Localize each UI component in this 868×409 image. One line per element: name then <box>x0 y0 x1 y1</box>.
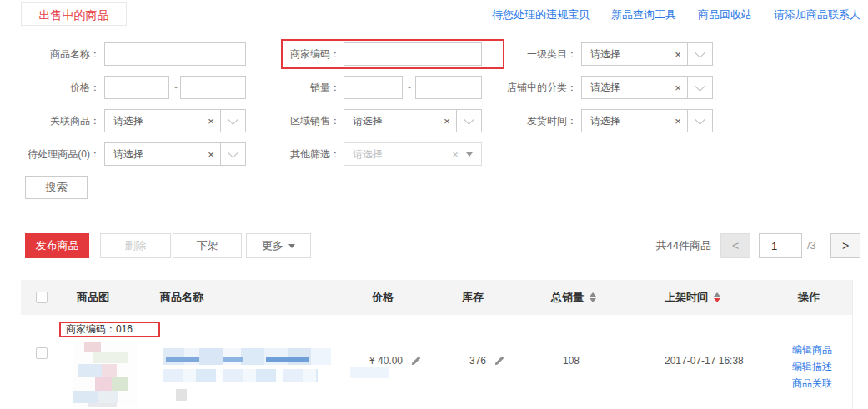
row-checkbox[interactable] <box>36 347 48 359</box>
stock-cell: 376 <box>469 354 505 367</box>
column-header-image: 商品图 <box>77 280 109 315</box>
edit-product-link[interactable]: 编辑商品 <box>792 343 832 357</box>
column-header-actions: 操作 <box>798 280 820 315</box>
related-products-select-value: 请选择 <box>105 114 202 128</box>
select-all-checkbox[interactable] <box>36 292 48 303</box>
column-header-listed-time-label: 上架时间 <box>665 280 708 315</box>
redacted-text-fragment <box>223 357 243 362</box>
page-number-input[interactable] <box>759 233 802 258</box>
related-products-select[interactable]: 请选择 × <box>104 109 246 132</box>
clear-icon[interactable]: × <box>202 148 220 161</box>
edit-description-link[interactable]: 编辑描述 <box>792 360 832 373</box>
column-header-listed-time[interactable]: 上架时间 <box>665 280 720 315</box>
other-filter-select-value: 请选择 <box>344 147 446 162</box>
total-sales-cell: 108 <box>563 354 580 367</box>
delivery-time-select-value: 请选择 <box>582 114 669 128</box>
link-recycle-bin[interactable]: 商品回收站 <box>698 7 752 22</box>
sort-icon[interactable] <box>590 292 596 302</box>
filter-row-4: 待处理商品(0)： 请选择 × 其他筛选： 请选择 × <box>0 142 868 167</box>
caret-down-icon <box>466 152 473 157</box>
other-filter-label: 其他筛选： <box>240 142 340 166</box>
shop-category-select-value: 请选择 <box>582 81 669 95</box>
search-button[interactable]: 搜索 <box>25 176 88 199</box>
product-relation-link[interactable]: 商品关联 <box>792 377 832 390</box>
column-header-price: 价格 <box>372 280 394 315</box>
clear-icon: × <box>446 148 464 161</box>
product-name-redacted[interactable] <box>163 348 331 365</box>
delivery-time-select[interactable]: 请选择 × <box>581 109 713 132</box>
chevron-down-icon[interactable] <box>687 43 712 65</box>
clear-icon[interactable]: × <box>438 115 456 127</box>
shop-category-label: 店铺中的分类： <box>457 76 577 99</box>
page-total-text: /3 <box>807 233 829 258</box>
category-label: 一级类目： <box>457 42 577 66</box>
redacted-text-fragment <box>266 357 309 362</box>
filter-row-3: 关联商品： 请选择 × 区域销售： 请选择 × 发货时间： 请选择 × <box>0 109 868 134</box>
category-select[interactable]: 请选择 × <box>581 42 713 66</box>
sales-range-separator: - <box>405 76 414 99</box>
price-range-separator: - <box>172 76 180 99</box>
column-header-total-sales-label: 总销量 <box>551 280 584 315</box>
column-header-total-sales[interactable]: 总销量 <box>551 280 596 315</box>
merchant-code-annotated: 商家编码：016 <box>59 322 160 337</box>
merchant-code-label: 商家编码： <box>240 42 340 66</box>
pending-products-label: 待处理商品(0)： <box>0 142 100 166</box>
link-new-product-query-tool[interactable]: 新品查询工具 <box>611 7 676 22</box>
sort-icon-active-desc[interactable] <box>714 292 720 302</box>
related-products-label: 关联商品： <box>0 109 100 132</box>
filter-row-1: 商品名称： 商家编码： 一级类目： 请选择 × <box>0 42 868 67</box>
publish-product-button[interactable]: 发布商品 <box>25 233 89 258</box>
delete-button[interactable]: 删除 <box>100 233 171 258</box>
shop-category-select[interactable]: 请选择 × <box>581 76 713 99</box>
listed-time-cell: 2017-07-17 16:38 <box>665 354 744 367</box>
more-button-label: 更多 <box>262 238 283 253</box>
link-add-product-contact[interactable]: 请添加商品联系人 <box>774 7 860 22</box>
total-sales-value: 108 <box>563 354 580 367</box>
table-header: 商品图 商品名称 价格 库存 总销量 上架时间 操作 <box>21 280 852 315</box>
caret-down-icon <box>288 244 295 248</box>
other-filter-select[interactable]: 请选择 × <box>344 142 482 166</box>
product-name-redacted-line2 <box>163 369 318 382</box>
table-row: 商家编码：016 ¥ 40.00 376 <box>21 315 852 409</box>
price-min-input[interactable] <box>104 76 169 99</box>
total-count-text: 共44件商品 <box>631 233 711 258</box>
products-table: 商品图 商品名称 价格 库存 总销量 上架时间 操作 商家编码：016 <box>21 280 853 409</box>
edit-stock-icon[interactable] <box>494 355 505 367</box>
redacted-block <box>176 389 187 401</box>
region-sales-label: 区域销售： <box>240 109 340 132</box>
stock-value: 376 <box>469 354 486 367</box>
product-name-label: 商品名称： <box>0 42 100 66</box>
edit-price-icon[interactable] <box>410 355 422 367</box>
link-violation-items[interactable]: 待您处理的违规宝贝 <box>492 7 590 22</box>
more-button[interactable]: 更多 <box>246 233 311 258</box>
clear-icon[interactable]: × <box>669 82 687 94</box>
clear-icon[interactable]: × <box>202 115 220 127</box>
delivery-time-label: 发货时间： <box>457 109 577 132</box>
price-cell: ¥ 40.00 <box>369 354 422 367</box>
category-select-value: 请选择 <box>582 47 669 62</box>
seller-products-page: 出售中的商品 待您处理的违规宝贝 新品查询工具 商品回收站 请添加商品联系人 商… <box>0 0 868 409</box>
price-max-input[interactable] <box>180 76 246 99</box>
chevron-down-icon[interactable] <box>687 77 712 98</box>
sales-min-input[interactable] <box>344 76 403 99</box>
pending-products-select-value: 请选择 <box>105 147 202 162</box>
product-name-redacted-tail <box>350 367 389 378</box>
tab-onsale-products[interactable]: 出售中的商品 <box>21 2 127 26</box>
sales-label: 销量： <box>240 76 340 99</box>
product-image[interactable] <box>73 342 138 407</box>
column-header-stock: 库存 <box>462 280 484 315</box>
column-header-name: 商品名称 <box>160 280 203 315</box>
price-label: 价格： <box>0 76 100 99</box>
offshelf-button[interactable]: 下架 <box>173 233 242 258</box>
product-name-input[interactable] <box>104 42 246 66</box>
chevron-down-icon[interactable] <box>687 110 712 132</box>
next-page-button[interactable]: > <box>830 233 860 258</box>
row-actions: 编辑商品 编辑描述 商品关联 <box>792 343 832 390</box>
clear-icon[interactable]: × <box>669 48 687 61</box>
region-sales-select-value: 请选择 <box>344 114 438 128</box>
top-links: 待您处理的违规宝贝 新品查询工具 商品回收站 请添加商品联系人 <box>492 7 860 22</box>
pending-products-select[interactable]: 请选择 × <box>104 142 246 166</box>
prev-page-button[interactable]: < <box>720 233 750 258</box>
filter-row-2: 价格： - 销量： - 店铺中的分类： 请选择 × <box>0 76 868 101</box>
clear-icon[interactable]: × <box>669 115 687 127</box>
